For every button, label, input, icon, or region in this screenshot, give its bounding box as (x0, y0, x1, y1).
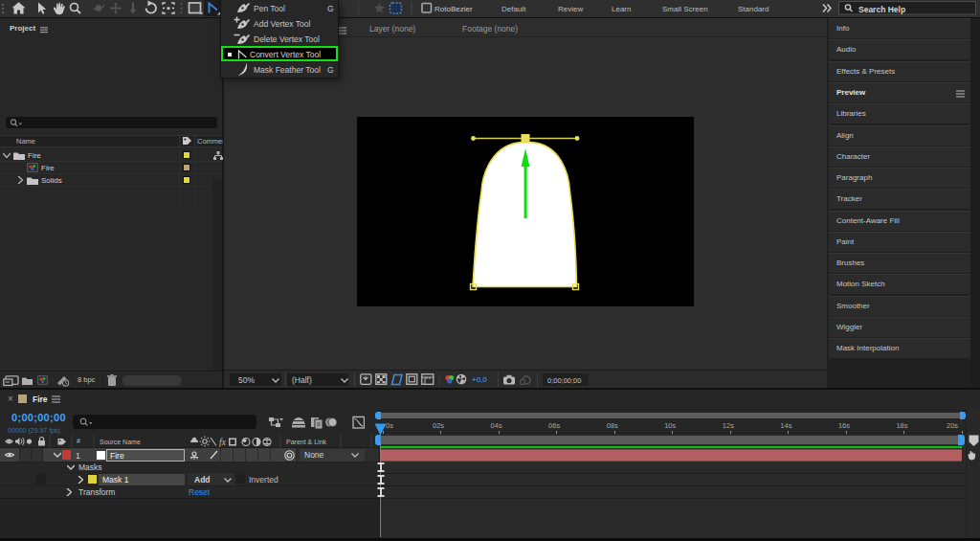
svg-text:fx: fx (219, 438, 227, 447)
